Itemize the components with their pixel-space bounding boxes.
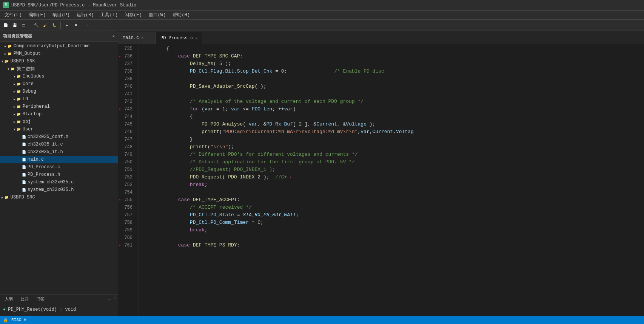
- tree-item-obj[interactable]: ▶ 📁 obj: [0, 118, 118, 126]
- bottom-panel: 大纲 公共 书签 — □ ● PD_PHY_Reset(void) : void: [0, 295, 118, 316]
- menu-file[interactable]: 文件(F): [2, 11, 25, 19]
- sidebar-close-icon[interactable]: ✕: [112, 34, 115, 39]
- toolbar-stop[interactable]: ■: [72, 21, 80, 29]
- tree-item-pd-process-c[interactable]: 📄 PD_Process.c: [0, 163, 118, 171]
- sidebar-actions: ✕: [112, 34, 115, 39]
- expand-icon: ▶: [14, 98, 15, 101]
- tree-item-usbpd-src[interactable]: ▶ 📁 USBPD_SRC: [0, 194, 118, 201]
- tree-item-debug[interactable]: ▶ 📁 Debug: [0, 88, 118, 95]
- toolbar-fwd[interactable]: →: [93, 21, 102, 29]
- tree-item-system-c[interactable]: 📄 system_ch32x035.c: [0, 178, 118, 186]
- code-content: { case DEF_TYPE_SRC_CAP: Delay_Ms( 5 ); …: [139, 44, 644, 316]
- tree-label: Startup: [23, 112, 42, 117]
- tree-item-main-c[interactable]: 📄 main.c: [0, 156, 118, 163]
- line-756: 756: [118, 204, 136, 211]
- menu-help[interactable]: 帮助(H): [169, 11, 193, 19]
- expand-icon: ▶: [14, 120, 15, 124]
- tab-main-c[interactable]: main.c ✕: [118, 32, 156, 44]
- panel-minimize[interactable]: —: [108, 297, 111, 301]
- line-736: 736: [118, 53, 136, 60]
- tab-bookmark[interactable]: 书签: [33, 296, 48, 302]
- menu-project[interactable]: 项目(P): [49, 11, 73, 19]
- bottom-tabs: 大纲 公共 书签 — □: [0, 295, 118, 303]
- file-icon: 📄: [21, 142, 26, 147]
- tree-label: ch32x035_it.c: [28, 142, 63, 147]
- line-755: 755: [118, 196, 136, 204]
- tree-item-user[interactable]: ▼ 📂 User: [0, 126, 118, 133]
- line-753: 753: [118, 181, 136, 189]
- tree-item-includes[interactable]: ▼ 📁 Includes: [0, 73, 118, 80]
- toolbar-new[interactable]: 📄: [2, 21, 10, 29]
- tree-label: User: [23, 127, 34, 132]
- toolbar-build[interactable]: 🔨: [32, 21, 40, 29]
- expand-icon: ▶: [14, 105, 15, 109]
- tree-label: Includes: [23, 74, 45, 79]
- tree-item-ch32-it-h[interactable]: 📄 ch32x035_it.h: [0, 148, 118, 156]
- tree-label: Core: [23, 81, 34, 87]
- expand-icon: ▼: [14, 75, 15, 78]
- tree-item-ld[interactable]: ▶ 📁 Ld: [0, 95, 118, 103]
- file-icon: 📄: [21, 172, 26, 177]
- tab-public[interactable]: 公共: [17, 296, 32, 302]
- code-line-753: break;: [139, 181, 644, 189]
- toolbar-back[interactable]: ←: [84, 21, 92, 29]
- tree-item-usbpd-snk[interactable]: ▼ 📂 USBPD_SNK: [0, 57, 118, 65]
- toolbar-run[interactable]: ▶: [63, 21, 71, 29]
- status-dot: ●: [3, 307, 6, 312]
- code-fn: printf: [190, 143, 208, 151]
- tree-item-system-h[interactable]: 📄 system_ch32x035.h: [0, 186, 118, 194]
- tree-item-core[interactable]: ▶ 📁 Core: [0, 80, 118, 88]
- folder-icon: 📁: [16, 81, 22, 87]
- code-macro: DEF_TYPE_SRC_CAP: [193, 53, 240, 60]
- menu-flash[interactable]: 闪存(E): [122, 11, 145, 19]
- sidebar-title: 项目资源管理器: [3, 33, 32, 39]
- code-comment: /* Different PDO's for different voltage…: [143, 151, 358, 158]
- folder-icon: 📁: [16, 74, 22, 79]
- file-icon: 📄: [21, 164, 26, 170]
- tab-outline[interactable]: 大纲: [2, 296, 16, 302]
- code-fn: Delay_Ms: [190, 60, 213, 68]
- toolbar-clean[interactable]: 🧹: [41, 21, 49, 29]
- code-comment: //PDO_Request( PDO_INDEX_1 );: [143, 166, 275, 174]
- tree-item-ch32-it-c[interactable]: 📄 ch32x035_it.c: [0, 141, 118, 148]
- menu-edit[interactable]: 编辑(E): [26, 11, 49, 19]
- panel-maximize[interactable]: □: [114, 297, 116, 301]
- tree-item-startup[interactable]: ▶ 📁 Startup: [0, 110, 118, 118]
- line-744: 744: [118, 113, 136, 121]
- line-759: 759: [118, 226, 136, 234]
- menu-run[interactable]: 运行(R): [74, 11, 97, 19]
- toolbar-saveall[interactable]: 🗃: [20, 21, 28, 29]
- tree-label: Debug: [23, 89, 36, 94]
- menu-tools[interactable]: 工具(T): [97, 11, 121, 19]
- tree-item-ch32-conf[interactable]: 📄 ch32x035_conf.h: [0, 133, 118, 141]
- tab-bar: main.c ✕ PD_Process.c ✕: [118, 31, 644, 44]
- line-750: 750: [118, 158, 136, 166]
- tab-pd-close[interactable]: ✕: [195, 36, 197, 40]
- file-icon: 📄: [21, 180, 26, 185]
- code-fn: PD_PDO_Analyse: [202, 121, 243, 128]
- menu-bar: 文件(F) 编辑(E) 项目(P) 运行(R) 工具(T) 闪存(E) 窗口(W…: [0, 11, 644, 20]
- code-line-758: PD_Ctl.PD_Comm_Timer = 0;: [139, 219, 644, 226]
- tree-item-complementary[interactable]: ▶ 📁 ComplementaryOutput_DeadTime: [0, 42, 118, 50]
- toolbar-save[interactable]: 💾: [11, 21, 19, 29]
- code-container[interactable]: 735 736 737 738 739 740 741 742 743 744 …: [118, 44, 644, 316]
- line-743: 743: [118, 105, 136, 113]
- line-738: 738: [118, 68, 136, 75]
- tree-item-binjinzhi[interactable]: ▼ 📁 繁二进制: [0, 65, 118, 73]
- folder-icon: 📁: [4, 195, 9, 200]
- toolbar-debug[interactable]: 🐛: [50, 21, 59, 29]
- tab-main-close[interactable]: ✕: [141, 36, 143, 40]
- editor-area: main.c ✕ PD_Process.c ✕ 735 736 737 738 …: [118, 31, 644, 316]
- tree-label: USBPD_SRC: [11, 195, 35, 200]
- line-740: 740: [118, 83, 136, 90]
- tab-pd-process[interactable]: PD_Process.c ✕: [156, 32, 202, 44]
- file-icon: 📄: [21, 157, 26, 162]
- code-line-740: PD_Save_Adapter_SrcCap( );: [139, 83, 644, 90]
- tree-item-pwm[interactable]: ▶ 📁 PWM_Output: [0, 50, 118, 57]
- tree-item-peripheral[interactable]: ▶ 📁 Peripheral: [0, 103, 118, 110]
- tree-container[interactable]: ▶ 📁 ComplementaryOutput_DeadTime ▶ 📁 PWM…: [0, 42, 118, 295]
- line-754: 754: [118, 189, 136, 196]
- tab-main-label: main.c: [123, 35, 139, 40]
- tree-item-pd-process-h[interactable]: 📄 PD_Process.h: [0, 171, 118, 178]
- menu-window[interactable]: 窗口(W): [146, 11, 169, 19]
